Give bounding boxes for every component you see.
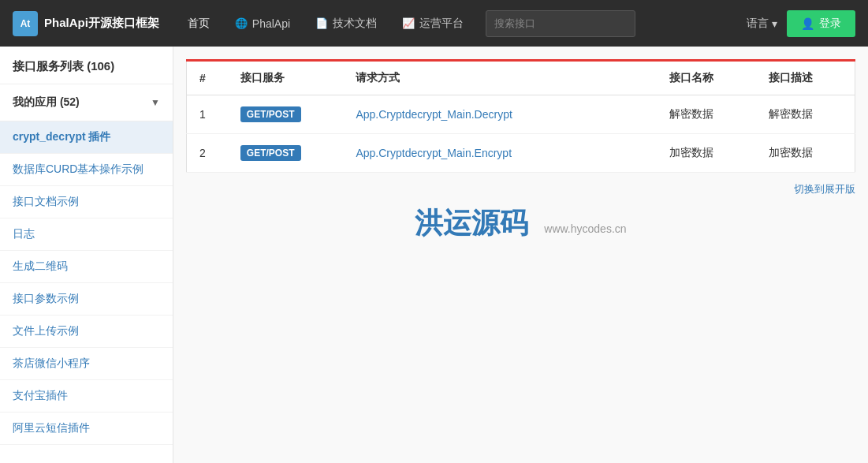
chart-icon: 📈 [402, 17, 415, 29]
header: At PhalApi开源接口框架 首页 🌐 PhalApi 📄 技术文档 📈 运… [0, 0, 868, 47]
watermark-url: www.hycodes.cn [544, 222, 626, 235]
col-header-service: 接口服务 [228, 61, 344, 95]
cell-method: App.Cryptdecrypt_Main.Encrypt [343, 134, 657, 173]
col-header-num: # [187, 61, 228, 95]
sidebar-item-doc-example[interactable]: 接口文档示例 [0, 186, 173, 218]
service-list-label: 接口服务列表 (106) [13, 59, 114, 73]
cell-desc: 解密数据 [756, 95, 855, 134]
nav-item-ops[interactable]: 📈 运营平台 [389, 0, 476, 47]
col-header-name: 接口名称 [657, 61, 756, 95]
logo-text: PhalApi开源接口框架 [44, 16, 159, 31]
cell-name: 解密数据 [657, 95, 756, 134]
nav-phalapi-label: PhalApi [252, 17, 290, 30]
logo-icon: At [13, 11, 38, 36]
search-input[interactable] [486, 10, 635, 37]
cell-service: GET/POST [228, 95, 344, 134]
api-link[interactable]: App.Cryptdecrypt_Main.Decrypt [356, 108, 512, 121]
sidebar-item-sms[interactable]: 阿里云短信插件 [0, 413, 173, 445]
sidebar-item-curd[interactable]: 数据库CURD基本操作示例 [0, 154, 173, 186]
watermark-area: 切换到展开版 洪运源码 www.hycodes.cn [186, 173, 855, 259]
nav-item-phalapi[interactable]: 🌐 PhalApi [222, 0, 303, 47]
sidebar-item-crypt[interactable]: crypt_decrypt 插件 [0, 121, 173, 154]
api-table: # 接口服务 请求方式 接口名称 接口描述 [186, 59, 855, 173]
col-header-desc: 接口描述 [756, 61, 855, 95]
api-link[interactable]: App.Cryptdecrypt_Main.Encrypt [356, 147, 512, 159]
language-label: 语言 [747, 17, 769, 31]
my-app-label: 我的应用 (52) [13, 95, 80, 110]
expand-link[interactable]: 切换到展开版 [794, 182, 855, 196]
sidebar-item-params[interactable]: 接口参数示例 [0, 283, 173, 316]
service-list-title: 接口服务列表 (106) [0, 47, 173, 84]
sidebar-item-wechat[interactable]: 茶店微信小程序 [0, 348, 173, 380]
sidebar-item-log[interactable]: 日志 [0, 218, 173, 251]
sidebar-item-alipay[interactable]: 支付宝插件 [0, 380, 173, 413]
user-icon: 👤 [801, 17, 814, 30]
cell-num: 1 [187, 95, 228, 134]
cell-desc: 加密数据 [756, 134, 855, 173]
nav-item-home[interactable]: 首页 [175, 0, 222, 47]
table-header: # 接口服务 请求方式 接口名称 接口描述 [187, 61, 855, 95]
nav-item-docs[interactable]: 📄 技术文档 [303, 0, 389, 47]
login-label: 登录 [819, 17, 841, 31]
sidebar-item-upload[interactable]: 文件上传示例 [0, 316, 173, 348]
header-nav: 首页 🌐 PhalApi 📄 技术文档 📈 运营平台 [175, 0, 476, 47]
method-badge: GET/POST [240, 106, 301, 122]
watermark-text: 洪运源码 [415, 207, 528, 239]
chevron-down-icon: ▾ [772, 17, 777, 30]
nav-docs-label: 技术文档 [333, 17, 377, 31]
method-badge: GET/POST [240, 145, 301, 161]
sidebar-item-qr[interactable]: 生成二维码 [0, 251, 173, 283]
cell-name: 加密数据 [657, 134, 756, 173]
search-box [486, 10, 635, 37]
sidebar: 接口服务列表 (106) 我的应用 (52) ▼ crypt_decrypt 插… [0, 47, 173, 463]
logo[interactable]: At PhalApi开源接口框架 [13, 11, 159, 36]
globe-icon: 🌐 [235, 17, 248, 29]
cell-num: 2 [187, 134, 228, 173]
cell-service: GET/POST [228, 134, 344, 173]
nav-home-label: 首页 [188, 17, 210, 31]
table-body: 1 GET/POST App.Cryptdecrypt_Main.Decrypt… [187, 95, 855, 173]
my-app-title[interactable]: 我的应用 (52) ▼ [0, 84, 173, 121]
main-layout: 接口服务列表 (106) 我的应用 (52) ▼ crypt_decrypt 插… [0, 47, 868, 463]
cell-method: App.Cryptdecrypt_Main.Decrypt [343, 95, 657, 134]
chevron-down-icon: ▼ [151, 97, 160, 108]
table-row: 2 GET/POST App.Cryptdecrypt_Main.Encrypt… [187, 134, 855, 173]
header-right: 语言 ▾ 👤 登录 [747, 10, 855, 37]
col-header-method: 请求方式 [343, 61, 657, 95]
login-button[interactable]: 👤 登录 [787, 10, 855, 37]
table-row: 1 GET/POST App.Cryptdecrypt_Main.Decrypt… [187, 95, 855, 134]
doc-icon: 📄 [315, 17, 328, 29]
language-button[interactable]: 语言 ▾ [747, 17, 777, 31]
nav-ops-label: 运营平台 [419, 17, 464, 31]
main-content: # 接口服务 请求方式 接口名称 接口描述 [173, 47, 868, 463]
